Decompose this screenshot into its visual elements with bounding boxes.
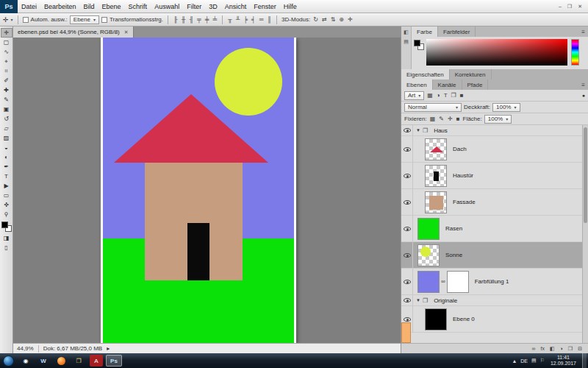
3d-roll-icon[interactable]: ⇄ <box>321 16 328 23</box>
fill-dropdown[interactable]: 100% ▾ <box>484 115 512 124</box>
show-desktop-button[interactable] <box>582 353 587 368</box>
layer-thumbnail[interactable] <box>425 308 447 330</box>
screen-mode-button[interactable]: ▯ <box>1 243 12 252</box>
pdf-reader-icon[interactable]: A <box>90 355 103 367</box>
layer-name[interactable]: Haustür <box>453 172 473 179</box>
link-layers-icon[interactable]: ∞ <box>532 346 536 351</box>
visibility-toggle[interactable] <box>401 163 413 188</box>
add-mask-icon[interactable]: ◧ <box>550 346 555 352</box>
tab-korrekturen[interactable]: Korrekturen <box>450 69 492 79</box>
hue-slider[interactable] <box>571 39 579 66</box>
adjustment-layer-icon[interactable]: ◑ <box>560 346 563 351</box>
disclosure-triangle-icon[interactable]: ▼ <box>416 298 420 302</box>
zoom-level[interactable]: 44,9% <box>17 345 34 352</box>
status-arrow-icon[interactable]: ▸ <box>107 345 110 352</box>
dodge-tool[interactable]: ◐ <box>1 152 12 162</box>
marquee-tool[interactable]: ▢ <box>1 38 12 47</box>
layer-name[interactable]: Sonne <box>445 252 462 258</box>
visibility-toggle[interactable] <box>401 125 413 135</box>
layer-row-sonne[interactable]: Sonne <box>401 242 582 269</box>
distribute-center-icon[interactable]: ═ <box>259 16 265 23</box>
disclosure-triangle-icon[interactable]: ▼ <box>416 128 420 132</box>
layer-thumbnail[interactable] <box>417 218 440 240</box>
quick-selection-tool[interactable]: ⌖ <box>1 57 12 66</box>
3d-scale-icon[interactable]: ✛ <box>347 16 354 23</box>
layer-style-icon[interactable]: fx <box>541 346 545 351</box>
auto-select-checkbox[interactable] <box>23 17 29 23</box>
distribute-bottom-icon[interactable]: ╞ <box>243 16 248 23</box>
word-icon[interactable]: W <box>35 355 51 367</box>
canvas-workspace[interactable] <box>13 38 401 343</box>
layer-name[interactable]: Rasen <box>445 225 462 232</box>
hand-tool[interactable]: ✜ <box>1 200 12 210</box>
blend-mode-dropdown[interactable]: Normal ▾ <box>404 103 462 112</box>
layer-row-ebene0[interactable]: Ebene 0 <box>401 306 582 333</box>
align-center-icon[interactable]: ╫ <box>181 16 187 23</box>
pen-tool[interactable]: ✒ <box>1 162 12 171</box>
tray-expand-icon[interactable]: ▲ <box>512 358 517 364</box>
menu-filter[interactable]: Filter <box>183 0 205 13</box>
layer-name[interactable]: Originale <box>434 297 457 304</box>
auto-select-dropdown[interactable]: Ebene ▾ <box>70 15 99 24</box>
document-canvas[interactable] <box>101 38 296 343</box>
crop-tool[interactable]: ⌗ <box>1 66 12 76</box>
layer-name[interactable]: Dach <box>453 146 467 152</box>
menu-schrift[interactable]: Schrift <box>125 0 151 13</box>
align-left-icon[interactable]: ╟ <box>173 16 179 23</box>
firefox-icon[interactable] <box>53 355 69 367</box>
path-select-tool[interactable]: ▶ <box>1 181 12 191</box>
panel-menu-icon[interactable]: ≡ <box>488 79 588 90</box>
tab-eigenschaften[interactable]: Eigenschaften <box>401 69 450 79</box>
taskbar-app-icon[interactable]: ◉ <box>18 355 34 367</box>
tab-ebenen[interactable]: Ebenen <box>401 79 433 90</box>
panel-menu-icon[interactable]: ≡ <box>476 26 588 37</box>
gradient-tool[interactable]: ▨ <box>1 133 12 143</box>
zoom-tool[interactable]: ⚲ <box>1 210 12 219</box>
document-tab[interactable]: ebenen.psd bei 44,9% (Sonne, RGB/8) ✕ <box>13 26 134 38</box>
menu-hilfe[interactable]: Hilfe <box>280 0 301 13</box>
filter-type-dropdown[interactable]: Art ▾ <box>404 91 424 100</box>
lasso-tool[interactable]: ∿ <box>1 47 12 57</box>
distribute-left-icon[interactable]: ╡ <box>251 16 257 23</box>
opacity-dropdown[interactable]: 100% ▾ <box>492 103 520 112</box>
clock[interactable]: 11:41 12.09.2017 <box>548 355 578 367</box>
distribute-top-icon[interactable]: ╥ <box>227 16 233 23</box>
notification-icon[interactable]: ⚐ <box>540 358 545 364</box>
photoshop-taskbar-icon[interactable]: Ps <box>106 355 122 367</box>
layer-row-dach[interactable]: Dach <box>401 136 582 163</box>
layer-mask-thumbnail[interactable] <box>447 271 469 293</box>
start-button[interactable] <box>3 355 14 367</box>
layer-row-fassade[interactable]: Fassade <box>401 189 582 216</box>
eraser-tool[interactable]: ▱ <box>1 124 12 133</box>
quick-mask-button[interactable]: ◨ <box>1 233 12 243</box>
dock-panel-icon-2[interactable]: ▤ <box>404 39 409 45</box>
menu-auswahl[interactable]: Auswahl <box>151 0 183 13</box>
transform-controls-checkbox[interactable] <box>101 17 107 23</box>
filter-smartobject-icon[interactable]: ■ <box>459 92 465 99</box>
fill-layer-swatch[interactable] <box>417 271 440 293</box>
foreground-color-swatch[interactable] <box>414 40 420 46</box>
align-right-icon[interactable]: ╢ <box>188 16 194 23</box>
filter-adjustment-icon[interactable]: ◑ <box>436 92 441 99</box>
dock-panel-icon-1[interactable]: ◧ <box>404 29 409 35</box>
brush-tool[interactable]: ✎ <box>1 95 12 105</box>
minimize-icon[interactable]: – <box>559 4 562 10</box>
artwork[interactable] <box>103 38 294 343</box>
menu-fenster[interactable]: Fenster <box>250 0 280 13</box>
color-swatches[interactable] <box>1 222 12 232</box>
lock-all-icon[interactable]: ■ <box>456 116 461 122</box>
visibility-toggle[interactable] <box>401 269 413 294</box>
layer-name[interactable]: Fassade <box>453 199 476 205</box>
visibility-toggle[interactable] <box>401 216 413 241</box>
network-icon[interactable]: ▤ <box>531 358 537 364</box>
layer-thumbnail[interactable] <box>417 244 440 266</box>
restore-icon[interactable]: ❐ <box>567 4 572 10</box>
tab-farbe[interactable]: Farbe <box>412 26 438 37</box>
menu-ebene[interactable]: Ebene <box>98 0 125 13</box>
filter-toggle-icon[interactable]: ● <box>582 93 585 98</box>
visibility-toggle[interactable] <box>401 242 413 268</box>
shape-tool[interactable]: ▭ <box>1 191 12 200</box>
layer-row-rasen[interactable]: Rasen <box>401 216 582 242</box>
tool-preset-caret-icon[interactable]: ▾ <box>11 17 13 22</box>
language-indicator[interactable]: DE <box>520 358 528 364</box>
